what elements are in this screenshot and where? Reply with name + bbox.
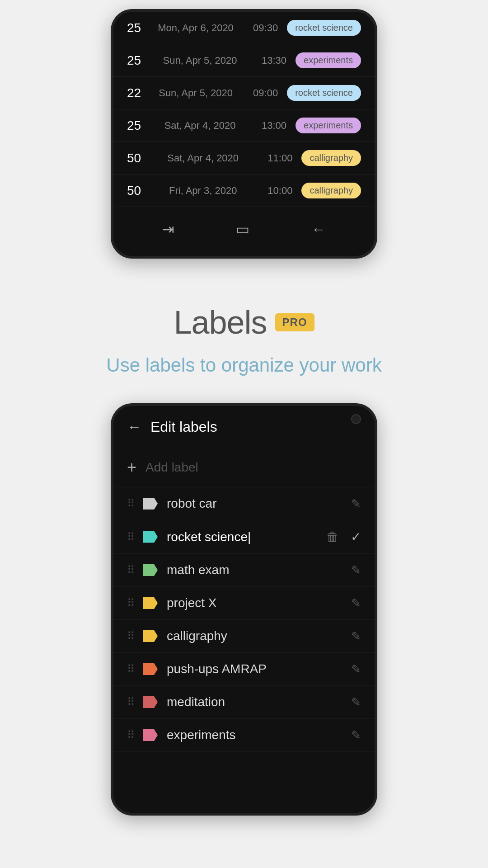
drag-handle: ⠿	[127, 497, 134, 510]
drag-handle: ⠿	[127, 597, 134, 609]
camera-hole	[351, 414, 361, 424]
session-date: Sun, Apr 5, 2020	[154, 87, 237, 99]
session-rows: 25 Mon, Apr 6, 2020 09:30 rocket science…	[113, 12, 375, 207]
delete-icon[interactable]: 🗑	[326, 529, 339, 544]
label-list-item[interactable]: ⠿ push-ups AMRAP ✎	[113, 653, 375, 686]
session-date: Fri, Apr 3, 2020	[154, 185, 252, 197]
add-label-row[interactable]: + Add label	[113, 448, 375, 487]
session-score: 50	[127, 184, 154, 198]
edit-pencil-icon[interactable]: ✎	[351, 695, 361, 709]
label-tag-icon	[142, 564, 159, 576]
label-tag-icon	[142, 630, 159, 642]
label-tag-icon	[142, 696, 159, 708]
pro-badge: PRO	[275, 313, 314, 331]
session-time: 11:00	[252, 152, 292, 164]
session-score: 25	[127, 53, 154, 68]
label-tag-icon	[142, 663, 159, 675]
label-list-item[interactable]: ⠿ calligraphy ✎	[113, 620, 375, 653]
label-list-item[interactable]: ⠿ math exam ✎	[113, 554, 375, 587]
label-list: ⠿ robot car ✎ ⠿ rocket science| 🗑 ✓ ⠿ ma…	[113, 487, 375, 752]
labels-subtitle: Use labels to organize your work	[18, 354, 470, 376]
add-label-text: Add label	[145, 460, 198, 475]
label-tag-icon	[142, 597, 159, 609]
labels-section: Labels PRO Use labels to organize your w…	[0, 277, 488, 403]
drag-handle: ⠿	[127, 630, 134, 642]
session-score: 22	[127, 86, 154, 100]
label-item-name[interactable]: rocket science|	[167, 530, 318, 544]
drag-handle: ⠿	[127, 663, 134, 675]
edit-pencil-icon[interactable]: ✎	[351, 596, 361, 610]
label-list-item[interactable]: ⠿ experiments ✎	[113, 719, 375, 752]
session-time: 09:30	[237, 22, 278, 34]
label-list-item[interactable]: ⠿ rocket science| 🗑 ✓	[113, 520, 375, 554]
confirm-icon[interactable]: ✓	[351, 529, 361, 544]
label-item-name: push-ups AMRAP	[167, 662, 343, 676]
labels-title-row: Labels PRO	[18, 304, 470, 341]
edit-pencil-icon[interactable]: ✎	[351, 662, 361, 676]
edit-pencil-icon[interactable]: ✎	[351, 497, 361, 511]
session-row: 25 Mon, Apr 6, 2020 09:30 rocket science	[113, 12, 375, 44]
label-list-item[interactable]: ⠿ robot car ✎	[113, 487, 375, 520]
nav-icon-flag[interactable]: ⇥	[162, 221, 174, 238]
edit-pencil-icon[interactable]: ✎	[351, 728, 361, 742]
session-row: 50 Fri, Apr 3, 2020 10:00 calligraphy	[113, 175, 375, 207]
session-score: 25	[127, 118, 154, 133]
drag-handle: ⠿	[127, 564, 134, 576]
session-row: 25 Sun, Apr 5, 2020 13:30 experiments	[113, 44, 375, 77]
side-bar	[111, 442, 113, 465]
session-label-badge[interactable]: experiments	[296, 52, 361, 68]
bottom-nav: ⇥ ▭ ←	[113, 212, 375, 247]
nav-icon-square[interactable]: ▭	[236, 221, 249, 238]
session-score: 25	[127, 21, 154, 35]
session-date: Sat, Apr 4, 2020	[154, 120, 246, 132]
label-item-name: meditation	[167, 695, 343, 709]
drag-handle: ⠿	[127, 729, 134, 741]
label-item-name: robot car	[167, 496, 343, 511]
session-time: 13:00	[246, 120, 286, 132]
label-item-name: calligraphy	[167, 629, 343, 643]
bottom-phone-frame: ← Edit labels + Add label ⠿ robot car ✎ …	[111, 403, 377, 816]
bottom-phone-wrapper: ← Edit labels + Add label ⠿ robot car ✎ …	[0, 403, 488, 834]
nav-icon-back[interactable]: ←	[311, 221, 326, 238]
label-tag-icon	[142, 729, 159, 741]
session-label-badge[interactable]: calligraphy	[301, 150, 361, 166]
edit-labels-screen: ← Edit labels + Add label ⠿ robot car ✎ …	[113, 406, 375, 813]
session-time: 13:30	[246, 55, 286, 66]
session-label-badge[interactable]: rocket science	[287, 20, 361, 36]
label-tag-icon	[142, 531, 159, 543]
labels-title: Labels	[174, 304, 267, 341]
session-row: 25 Sat, Apr 4, 2020 13:00 experiments	[113, 109, 375, 142]
label-item-name: experiments	[167, 728, 343, 742]
drag-handle: ⠿	[127, 696, 134, 708]
top-phone-screen: 25 Mon, Apr 6, 2020 09:30 rocket science…	[113, 12, 375, 256]
session-date: Sat, Apr 4, 2020	[154, 152, 252, 164]
top-phone-frame: 25 Mon, Apr 6, 2020 09:30 rocket science…	[111, 9, 377, 259]
edit-pencil-icon[interactable]: ✎	[351, 563, 361, 577]
session-label-badge[interactable]: experiments	[296, 118, 361, 133]
plus-icon: +	[127, 458, 136, 477]
label-tag-icon	[142, 497, 159, 510]
session-time: 09:00	[237, 87, 278, 99]
session-row: 22 Sun, Apr 5, 2020 09:00 rocket science	[113, 77, 375, 109]
label-item-name: math exam	[167, 563, 343, 577]
session-row: 50 Sat, Apr 4, 2020 11:00 calligraphy	[113, 142, 375, 175]
session-time: 10:00	[252, 185, 292, 197]
edit-header: ← Edit labels	[113, 406, 375, 448]
edit-pencil-icon[interactable]: ✎	[351, 629, 361, 643]
label-item-name: project X	[167, 596, 343, 610]
edit-labels-title: Edit labels	[150, 419, 217, 435]
session-date: Mon, Apr 6, 2020	[154, 22, 237, 34]
back-button[interactable]: ←	[127, 419, 141, 435]
session-label-badge[interactable]: calligraphy	[301, 183, 361, 198]
label-list-item[interactable]: ⠿ meditation ✎	[113, 686, 375, 719]
session-score: 50	[127, 151, 154, 165]
drag-handle: ⠿	[127, 531, 134, 543]
session-label-badge[interactable]: rocket science	[287, 85, 361, 101]
label-list-item[interactable]: ⠿ project X ✎	[113, 587, 375, 620]
session-date: Sun, Apr 5, 2020	[154, 55, 246, 66]
top-phone-wrapper: 25 Mon, Apr 6, 2020 09:30 rocket science…	[0, 0, 488, 277]
